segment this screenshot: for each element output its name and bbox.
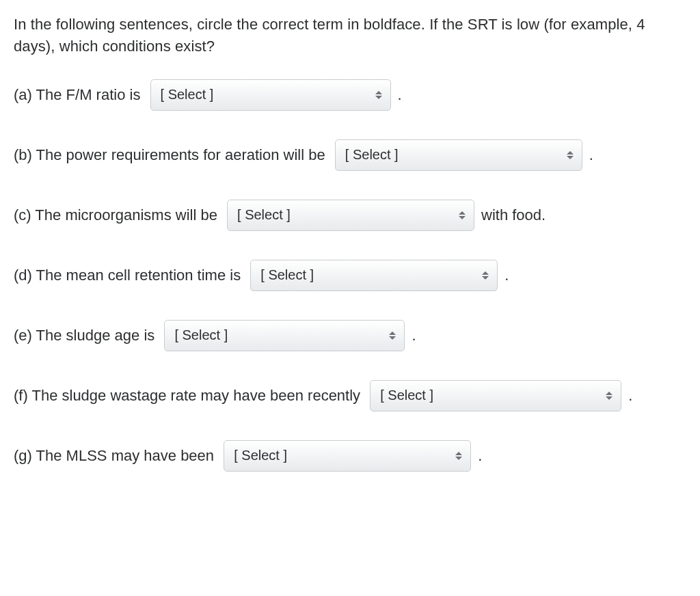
select-d-label: [ Select ] <box>260 265 314 285</box>
question-b-after: . <box>589 144 593 166</box>
chevron-updown-icon <box>459 211 466 219</box>
select-b[interactable]: [ Select ] <box>335 139 582 171</box>
select-f[interactable]: [ Select ] <box>370 380 621 411</box>
select-g[interactable]: [ Select ] <box>224 440 471 472</box>
question-c-before: (c) The microorganisms will be <box>14 204 221 226</box>
chevron-updown-icon <box>375 91 382 99</box>
question-e-before: (e) The sludge age is <box>14 325 159 347</box>
select-c-label: [ Select ] <box>237 205 291 225</box>
select-a-label: [ Select ] <box>161 85 214 105</box>
select-f-label: [ Select ] <box>380 385 433 405</box>
question-f: (f) The sludge wastage rate may have bee… <box>14 380 686 411</box>
select-g-label: [ Select ] <box>234 446 287 465</box>
chevron-updown-icon <box>455 452 462 460</box>
question-e: (e) The sludge age is [ Select ] . <box>14 320 686 351</box>
question-f-before: (f) The sludge wastage rate may have bee… <box>14 385 364 407</box>
select-e[interactable]: [ Select ] <box>164 320 405 351</box>
question-d-after: . <box>504 265 509 286</box>
chevron-updown-icon <box>606 392 612 400</box>
chevron-updown-icon <box>389 331 396 340</box>
select-d[interactable]: [ Select ] <box>250 260 498 291</box>
question-g: (g) The MLSS may have been [ Select ] . <box>14 440 686 472</box>
question-c: (c) The microorganisms will be [ Select … <box>14 200 686 231</box>
question-c-after: with food. <box>481 204 546 226</box>
select-b-label: [ Select ] <box>345 145 399 165</box>
select-e-label: [ Select ] <box>174 325 228 345</box>
question-d-before: (d) The mean cell retention time is <box>14 265 245 286</box>
question-g-before: (g) The MLSS may have been <box>14 445 218 467</box>
question-g-after: . <box>478 445 482 467</box>
question-a-after: . <box>398 84 402 106</box>
question-d: (d) The mean cell retention time is [ Se… <box>14 260 686 291</box>
question-intro: In the following sentences, circle the c… <box>14 14 686 57</box>
select-c[interactable]: [ Select ] <box>227 200 474 231</box>
question-a: (a) The F/M ratio is [ Select ] . <box>14 79 686 111</box>
question-a-before: (a) The F/M ratio is <box>14 84 145 106</box>
question-b: (b) The power requirements for aeration … <box>14 139 686 171</box>
chevron-updown-icon <box>567 151 574 159</box>
question-f-after: . <box>628 385 632 407</box>
question-e-after: . <box>412 325 416 347</box>
select-a[interactable]: [ Select ] <box>150 79 391 111</box>
chevron-updown-icon <box>482 271 489 280</box>
question-b-before: (b) The power requirements for aeration … <box>14 144 329 166</box>
